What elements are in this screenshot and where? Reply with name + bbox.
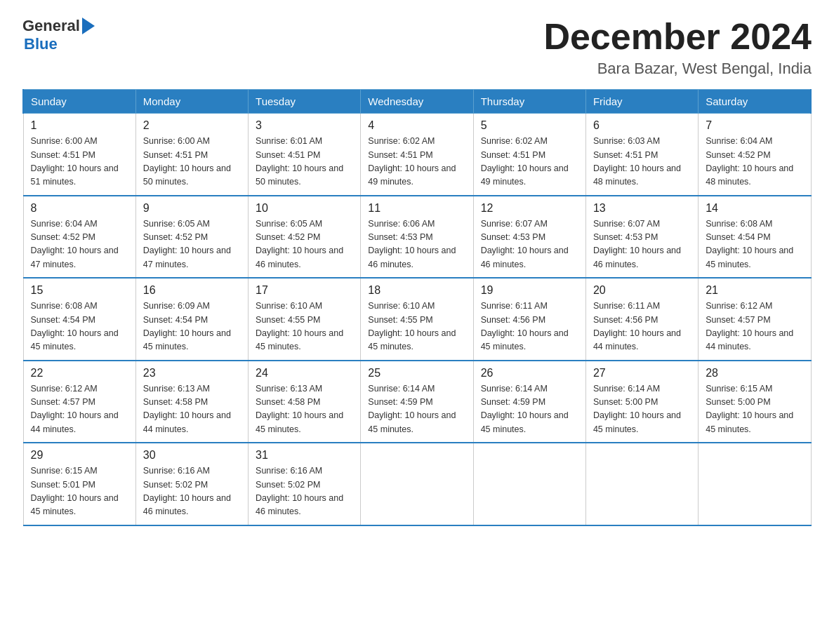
weekday-header-thursday: Thursday <box>473 90 585 114</box>
calendar-cell: 8Sunrise: 6:04 AMSunset: 4:52 PMDaylight… <box>23 196 135 279</box>
calendar-cell: 6Sunrise: 6:03 AMSunset: 4:51 PMDaylight… <box>585 114 698 196</box>
calendar-cell: 29Sunrise: 6:15 AMSunset: 5:01 PMDayligh… <box>23 443 135 525</box>
calendar-cell: 16Sunrise: 6:09 AMSunset: 4:54 PMDayligh… <box>135 278 248 361</box>
logo: General Blue <box>22 17 95 53</box>
day-number: 18 <box>368 284 465 297</box>
day-number: 20 <box>593 284 691 297</box>
calendar-week-row: 15Sunrise: 6:08 AMSunset: 4:54 PMDayligh… <box>23 278 811 361</box>
calendar-cell: 30Sunrise: 6:16 AMSunset: 5:02 PMDayligh… <box>135 443 248 525</box>
calendar-cell: 12Sunrise: 6:07 AMSunset: 4:53 PMDayligh… <box>473 196 585 279</box>
calendar-cell: 25Sunrise: 6:14 AMSunset: 4:59 PMDayligh… <box>361 361 473 443</box>
calendar-cell <box>699 443 811 525</box>
day-number: 21 <box>706 284 803 297</box>
day-number: 15 <box>31 284 128 297</box>
day-info: Sunrise: 6:08 AMSunset: 4:54 PMDaylight:… <box>706 217 803 272</box>
calendar-cell: 26Sunrise: 6:14 AMSunset: 4:59 PMDayligh… <box>473 361 585 443</box>
weekday-header-row: SundayMondayTuesdayWednesdayThursdayFrid… <box>23 90 811 114</box>
calendar-cell: 7Sunrise: 6:04 AMSunset: 4:52 PMDaylight… <box>699 114 811 196</box>
day-info: Sunrise: 6:14 AMSunset: 5:00 PMDaylight:… <box>593 382 691 437</box>
day-info: Sunrise: 6:07 AMSunset: 4:53 PMDaylight:… <box>593 217 691 272</box>
day-info: Sunrise: 6:15 AMSunset: 5:01 PMDaylight:… <box>31 464 128 519</box>
weekday-header-sunday: Sunday <box>23 90 135 114</box>
calendar-cell: 21Sunrise: 6:12 AMSunset: 4:57 PMDayligh… <box>699 278 811 361</box>
month-year-title: December 2024 <box>543 17 812 57</box>
calendar-week-row: 1Sunrise: 6:00 AMSunset: 4:51 PMDaylight… <box>23 114 811 196</box>
day-info: Sunrise: 6:06 AMSunset: 4:53 PMDaylight:… <box>368 217 465 272</box>
day-number: 23 <box>143 367 241 380</box>
day-number: 10 <box>256 202 353 215</box>
calendar-week-row: 29Sunrise: 6:15 AMSunset: 5:01 PMDayligh… <box>23 443 811 525</box>
day-number: 27 <box>593 367 691 380</box>
day-info: Sunrise: 6:02 AMSunset: 4:51 PMDaylight:… <box>368 135 465 189</box>
calendar-week-row: 22Sunrise: 6:12 AMSunset: 4:57 PMDayligh… <box>23 361 811 443</box>
calendar-week-row: 8Sunrise: 6:04 AMSunset: 4:52 PMDaylight… <box>23 196 811 279</box>
day-number: 25 <box>368 367 465 380</box>
calendar-cell: 4Sunrise: 6:02 AMSunset: 4:51 PMDaylight… <box>361 114 473 196</box>
day-number: 4 <box>368 119 465 132</box>
day-number: 5 <box>481 119 578 132</box>
day-number: 11 <box>368 202 465 215</box>
day-info: Sunrise: 6:11 AMSunset: 4:56 PMDaylight:… <box>481 300 578 354</box>
logo-blue: Blue <box>24 35 58 53</box>
logo-general: General <box>22 17 80 35</box>
calendar-cell: 3Sunrise: 6:01 AMSunset: 4:51 PMDaylight… <box>249 114 361 196</box>
calendar-cell: 31Sunrise: 6:16 AMSunset: 5:02 PMDayligh… <box>249 443 361 525</box>
calendar-cell: 9Sunrise: 6:05 AMSunset: 4:52 PMDaylight… <box>135 196 248 279</box>
calendar-cell: 23Sunrise: 6:13 AMSunset: 4:58 PMDayligh… <box>135 361 248 443</box>
calendar-cell: 27Sunrise: 6:14 AMSunset: 5:00 PMDayligh… <box>585 361 698 443</box>
weekday-header-wednesday: Wednesday <box>361 90 473 114</box>
day-info: Sunrise: 6:05 AMSunset: 4:52 PMDaylight:… <box>256 217 353 272</box>
calendar-cell: 14Sunrise: 6:08 AMSunset: 4:54 PMDayligh… <box>699 196 811 279</box>
weekday-header-monday: Monday <box>135 90 248 114</box>
day-info: Sunrise: 6:16 AMSunset: 5:02 PMDaylight:… <box>143 464 241 519</box>
calendar-cell <box>473 443 585 525</box>
calendar-cell: 15Sunrise: 6:08 AMSunset: 4:54 PMDayligh… <box>23 278 135 361</box>
day-info: Sunrise: 6:01 AMSunset: 4:51 PMDaylight:… <box>256 135 353 189</box>
weekday-header-tuesday: Tuesday <box>249 90 361 114</box>
day-info: Sunrise: 6:05 AMSunset: 4:52 PMDaylight:… <box>143 217 241 272</box>
day-number: 8 <box>31 202 128 215</box>
day-info: Sunrise: 6:10 AMSunset: 4:55 PMDaylight:… <box>256 300 353 354</box>
day-info: Sunrise: 6:02 AMSunset: 4:51 PMDaylight:… <box>481 135 578 189</box>
day-info: Sunrise: 6:09 AMSunset: 4:54 PMDaylight:… <box>143 300 241 354</box>
day-info: Sunrise: 6:12 AMSunset: 4:57 PMDaylight:… <box>706 300 803 354</box>
day-number: 30 <box>143 449 241 462</box>
location-subtitle: Bara Bazar, West Bengal, India <box>543 60 812 78</box>
day-info: Sunrise: 6:03 AMSunset: 4:51 PMDaylight:… <box>593 135 691 189</box>
day-number: 6 <box>593 119 691 132</box>
day-number: 31 <box>256 449 353 462</box>
day-info: Sunrise: 6:16 AMSunset: 5:02 PMDaylight:… <box>256 464 353 519</box>
day-number: 28 <box>706 367 803 380</box>
logo-triangle-icon <box>82 18 95 34</box>
calendar-cell: 5Sunrise: 6:02 AMSunset: 4:51 PMDaylight… <box>473 114 585 196</box>
day-info: Sunrise: 6:14 AMSunset: 4:59 PMDaylight:… <box>368 382 465 437</box>
day-number: 12 <box>481 202 578 215</box>
day-info: Sunrise: 6:00 AMSunset: 4:51 PMDaylight:… <box>143 135 241 189</box>
weekday-header-saturday: Saturday <box>699 90 811 114</box>
day-number: 17 <box>256 284 353 297</box>
calendar-cell: 13Sunrise: 6:07 AMSunset: 4:53 PMDayligh… <box>585 196 698 279</box>
day-number: 2 <box>143 119 241 132</box>
calendar-cell: 18Sunrise: 6:10 AMSunset: 4:55 PMDayligh… <box>361 278 473 361</box>
calendar-cell: 1Sunrise: 6:00 AMSunset: 4:51 PMDaylight… <box>23 114 135 196</box>
calendar-cell <box>585 443 698 525</box>
day-info: Sunrise: 6:11 AMSunset: 4:56 PMDaylight:… <box>593 300 691 354</box>
calendar-cell: 19Sunrise: 6:11 AMSunset: 4:56 PMDayligh… <box>473 278 585 361</box>
title-section: December 2024 Bara Bazar, West Bengal, I… <box>543 17 812 78</box>
day-info: Sunrise: 6:10 AMSunset: 4:55 PMDaylight:… <box>368 300 465 354</box>
calendar-table: SundayMondayTuesdayWednesdayThursdayFrid… <box>22 89 812 526</box>
day-info: Sunrise: 6:15 AMSunset: 5:00 PMDaylight:… <box>706 382 803 437</box>
calendar-cell: 24Sunrise: 6:13 AMSunset: 4:58 PMDayligh… <box>249 361 361 443</box>
day-number: 14 <box>706 202 803 215</box>
day-number: 26 <box>481 367 578 380</box>
day-info: Sunrise: 6:00 AMSunset: 4:51 PMDaylight:… <box>31 135 128 189</box>
day-info: Sunrise: 6:12 AMSunset: 4:57 PMDaylight:… <box>31 382 128 437</box>
weekday-header-friday: Friday <box>585 90 698 114</box>
day-number: 9 <box>143 202 241 215</box>
day-number: 24 <box>256 367 353 380</box>
calendar-cell: 10Sunrise: 6:05 AMSunset: 4:52 PMDayligh… <box>249 196 361 279</box>
calendar-cell: 28Sunrise: 6:15 AMSunset: 5:00 PMDayligh… <box>699 361 811 443</box>
calendar-cell: 17Sunrise: 6:10 AMSunset: 4:55 PMDayligh… <box>249 278 361 361</box>
calendar-cell <box>361 443 473 525</box>
day-number: 29 <box>31 449 128 462</box>
